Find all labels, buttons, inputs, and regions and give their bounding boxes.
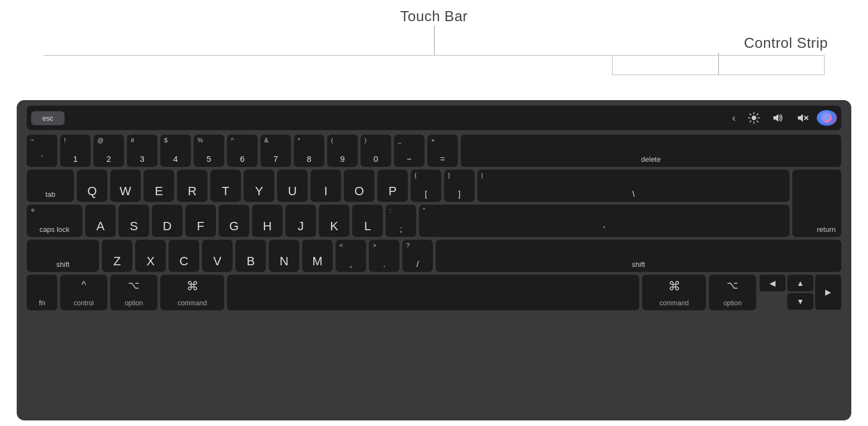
key-h[interactable]: H <box>252 205 283 237</box>
svg-line-7 <box>757 114 758 115</box>
key-3[interactable]: # 3 <box>127 135 157 167</box>
controlstrip-box <box>612 55 825 75</box>
svg-line-8 <box>750 121 751 122</box>
key-close-bracket[interactable]: } ] <box>444 170 475 202</box>
svg-line-5 <box>750 114 751 115</box>
key-n[interactable]: N <box>269 240 299 272</box>
siri-button[interactable] <box>817 110 837 126</box>
esc-key[interactable]: esc <box>31 111 65 125</box>
key-8[interactable]: * 8 <box>294 135 324 167</box>
key-g[interactable]: G <box>219 205 249 237</box>
key-fn[interactable]: fn <box>27 275 57 310</box>
key-arrow-right[interactable]: ▶ <box>815 275 841 310</box>
key-control[interactable]: ^ control <box>60 275 107 310</box>
key-shift-left[interactable]: shift <box>27 240 99 272</box>
key-s[interactable]: S <box>119 205 149 237</box>
svg-point-13 <box>822 113 832 123</box>
key-y[interactable]: Y <box>244 170 274 202</box>
key-u[interactable]: U <box>277 170 308 202</box>
svg-line-6 <box>757 121 758 122</box>
key-arrow-up[interactable]: ▲ <box>787 275 813 291</box>
key-capslock[interactable]: caps lock <box>27 205 82 237</box>
key-backtick[interactable]: ~ ` <box>27 135 57 167</box>
touchbar-chevron[interactable]: ‹ <box>728 110 740 126</box>
key-equals[interactable]: + = <box>427 135 458 167</box>
controlstrip-label: Control Strip <box>744 34 828 52</box>
key-backslash[interactable]: | \ <box>477 170 790 202</box>
qwerty-row-container: tab Q W E R T Y U I O P { [ <box>27 170 841 237</box>
key-command-right[interactable]: ⌘ command <box>642 275 706 310</box>
touchbar-leader-line <box>434 26 435 56</box>
key-arrow-left[interactable]: ◀ <box>760 275 786 291</box>
capslock-led <box>31 209 34 212</box>
key-r[interactable]: R <box>177 170 208 202</box>
volume-control[interactable] <box>768 111 789 125</box>
key-w[interactable]: W <box>110 170 141 202</box>
key-5[interactable]: % 5 <box>194 135 224 167</box>
key-1[interactable]: ! 1 <box>60 135 91 167</box>
key-f[interactable]: F <box>185 205 216 237</box>
key-p[interactable]: P <box>377 170 408 202</box>
key-delete[interactable]: delete <box>461 135 841 167</box>
key-t[interactable]: T <box>210 170 241 202</box>
key-j[interactable]: J <box>285 205 316 237</box>
key-option-right[interactable]: ⌥ option <box>709 275 756 310</box>
key-b[interactable]: B <box>235 240 266 272</box>
key-2[interactable]: @ 2 <box>93 135 124 167</box>
key-z[interactable]: Z <box>102 240 132 272</box>
key-c[interactable]: C <box>169 240 199 272</box>
touchbar-label: Touch Bar <box>400 8 468 25</box>
mute-control[interactable] <box>792 111 813 125</box>
key-rows: ~ ` ! 1 @ 2 # 3 $ 4 <box>27 135 841 310</box>
key-space[interactable] <box>227 275 639 310</box>
key-i[interactable]: I <box>310 170 341 202</box>
key-command-left[interactable]: ⌘ command <box>160 275 224 310</box>
key-l[interactable]: L <box>352 205 383 237</box>
key-o[interactable]: O <box>344 170 374 202</box>
key-q[interactable]: Q <box>77 170 107 202</box>
key-quote[interactable]: " ' <box>419 205 790 237</box>
key-0[interactable]: ) 0 <box>361 135 391 167</box>
key-d[interactable]: D <box>152 205 183 237</box>
key-arrow-down[interactable]: ▼ <box>787 293 813 310</box>
svg-marker-9 <box>773 114 778 122</box>
zxcv-row: shift Z X C V B N M < , > . ? / shift <box>27 240 841 272</box>
key-comma[interactable]: < , <box>336 240 366 272</box>
key-open-bracket[interactable]: { [ <box>411 170 441 202</box>
fn-row: fn ^ control ⌥ option ⌘ command ⌘ comm <box>27 275 841 310</box>
asdf-row: caps lock A S D F G H J K L : ; <box>27 205 790 237</box>
number-row: ~ ` ! 1 @ 2 # 3 $ 4 <box>27 135 841 167</box>
key-9[interactable]: ( 9 <box>327 135 358 167</box>
key-m[interactable]: M <box>302 240 333 272</box>
key-k[interactable]: K <box>319 205 349 237</box>
svg-marker-10 <box>798 114 803 122</box>
key-slash[interactable]: ? / <box>402 240 433 272</box>
key-v[interactable]: V <box>202 240 233 272</box>
key-x[interactable]: X <box>135 240 166 272</box>
key-6[interactable]: ^ 6 <box>227 135 258 167</box>
touchbar: esc ‹ <box>27 106 841 130</box>
keyboard: esc ‹ <box>17 100 851 420</box>
key-a[interactable]: A <box>85 205 116 237</box>
brightness-control[interactable] <box>743 110 765 126</box>
key-return[interactable]: return <box>792 170 841 237</box>
key-7[interactable]: & 7 <box>260 135 291 167</box>
key-semicolon[interactable]: : ; <box>386 205 416 237</box>
key-period[interactable]: > . <box>369 240 400 272</box>
key-4[interactable]: $ 4 <box>160 135 191 167</box>
qwerty-row: tab Q W E R T Y U I O P { [ <box>27 170 790 202</box>
key-minus[interactable]: _ − <box>394 135 425 167</box>
key-tab[interactable]: tab <box>27 170 74 202</box>
key-shift-right[interactable]: shift <box>436 240 841 272</box>
arrow-cluster: ◀ ▲ ▼ ▶ <box>759 275 841 310</box>
svg-point-0 <box>752 116 756 120</box>
key-e[interactable]: E <box>144 170 174 202</box>
key-option-left[interactable]: ⌥ option <box>110 275 157 310</box>
